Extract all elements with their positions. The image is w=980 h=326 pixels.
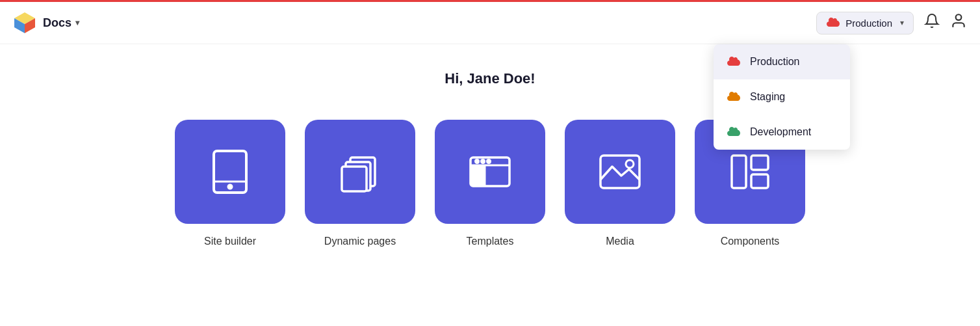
card-label-site-builder: Site builder: [204, 236, 256, 247]
tablet-icon: [204, 146, 256, 198]
env-chevron-icon: ▾: [900, 18, 904, 27]
svg-point-16: [487, 160, 491, 163]
dropdown-item-production[interactable]: Production: [714, 44, 850, 79]
card-label-media: Media: [606, 236, 634, 247]
header: Docs ▾ Production ▾: [0, 2, 980, 44]
pages-icon: [334, 146, 386, 198]
user-avatar-icon[interactable]: [950, 12, 967, 33]
svg-rect-21: [751, 174, 768, 188]
svg-point-3: [956, 14, 962, 20]
cloud-icon-staging: [727, 92, 741, 102]
notification-bell-icon[interactable]: [924, 13, 940, 33]
env-button-label: Production: [845, 18, 892, 29]
cloud-icon-production: [826, 18, 840, 28]
dropdown-item-development[interactable]: Development: [714, 115, 850, 150]
svg-rect-9: [342, 167, 367, 191]
svg-rect-19: [732, 156, 746, 188]
card-templates[interactable]: Templates: [435, 120, 545, 247]
card-icon-box-dynamic-pages: [305, 120, 415, 224]
card-label-templates: Templates: [467, 236, 514, 247]
svg-point-14: [476, 160, 479, 163]
svg-point-15: [482, 160, 485, 163]
dropdown-production-label: Production: [750, 56, 800, 68]
components-icon: [724, 146, 776, 198]
card-label-dynamic-pages: Dynamic pages: [324, 236, 396, 247]
environment-dropdown-button[interactable]: Production ▾: [816, 12, 914, 34]
docs-label-text: Docs: [43, 16, 71, 30]
docs-chevron-icon: ▾: [75, 18, 79, 27]
cloud-icon-dev: [727, 127, 741, 137]
logo-area: Docs ▾: [13, 11, 79, 34]
svg-rect-20: [751, 156, 768, 170]
media-icon: [594, 146, 646, 198]
environment-dropdown: Production Staging Development: [714, 44, 850, 150]
top-border: [0, 0, 980, 2]
svg-rect-12: [471, 165, 485, 186]
template-icon: [464, 146, 516, 198]
dropdown-item-staging[interactable]: Staging: [714, 79, 850, 115]
cloud-icon-prod: [727, 57, 741, 67]
greeting-text: Hi, Jane Doe!: [445, 70, 535, 87]
svg-point-5: [228, 185, 232, 189]
dropdown-staging-label: Staging: [750, 91, 785, 103]
card-label-components: Components: [721, 236, 780, 247]
dropdown-development-label: Development: [750, 126, 811, 138]
card-icon-box-templates: [435, 120, 545, 224]
card-icon-box-media: [565, 120, 675, 224]
card-media[interactable]: Media: [565, 120, 675, 247]
cards-row: Site builder Dynamic pages: [175, 120, 805, 247]
header-right: Production ▾: [816, 12, 967, 34]
logo-icon: [13, 11, 36, 34]
docs-button[interactable]: Docs ▾: [43, 16, 79, 30]
svg-point-18: [626, 160, 634, 168]
card-dynamic-pages[interactable]: Dynamic pages: [305, 120, 415, 247]
card-icon-box-site-builder: [175, 120, 285, 224]
card-site-builder[interactable]: Site builder: [175, 120, 285, 247]
